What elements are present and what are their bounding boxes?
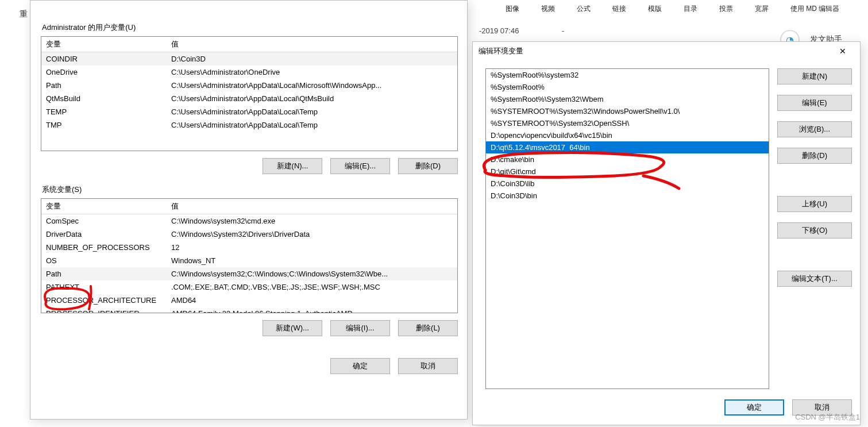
user-delete-button[interactable]: 删除(D) [398, 158, 458, 174]
list-item[interactable]: %SystemRoot% [486, 81, 769, 93]
list-item[interactable]: %SYSTEMROOT%\System32\OpenSSH\ [486, 117, 769, 129]
watermark: CSDN @半岛铁盒1 [795, 412, 860, 422]
browse-button[interactable]: 浏览(B)... [777, 121, 852, 137]
list-item[interactable]: %SystemRoot%\system32 [486, 69, 769, 81]
moveup-button[interactable]: 上移(U) [777, 196, 852, 212]
var-value: Windows_NT [167, 255, 457, 266]
var-name: DriverData [41, 229, 167, 240]
table-row[interactable]: PROCESSOR_IDENTIFIERAMD64 Family 23 Mode… [41, 307, 457, 313]
edit-text-button[interactable]: 编辑文本(T)... [777, 271, 852, 287]
var-value: AMD64 Family 23 Model 96 Stepping 1, Aut… [167, 308, 457, 313]
toolbar-item[interactable]: 使用 MD 编辑器 [790, 4, 839, 14]
list-item[interactable]: D:\opencv\opencv\build\x64\vc15\bin [486, 129, 769, 141]
table-row[interactable]: ComSpecC:\Windows\system32\cmd.exe [41, 214, 457, 228]
dialog-title: 编辑环境变量 [479, 46, 523, 56]
var-name: Path [41, 268, 167, 279]
bg-date: -2019 07:46 [479, 26, 519, 35]
user-edit-button[interactable]: 编辑(E)... [330, 158, 390, 174]
table-row[interactable]: TEMPC:\Users\Administrator\AppData\Local… [41, 105, 457, 118]
toolbar-item[interactable]: 目录 [684, 4, 697, 14]
table-row[interactable]: PROCESSOR_ARCHITECTUREAMD64 [41, 294, 457, 307]
titlebar: 编辑环境变量 ✕ [473, 42, 860, 60]
env-vars-dialog: Administrator 的用户变量(U) 变量 值 COINDIRD:\Co… [30, 0, 468, 420]
var-name: OneDrive [41, 67, 167, 78]
table-row[interactable]: COINDIRD:\Coin3D [41, 52, 457, 66]
list-item[interactable]: D:\git\Git\cmd [486, 166, 769, 178]
col-name-header: 变量 [41, 37, 167, 52]
toolbar-item[interactable]: 图像 [506, 4, 519, 14]
var-value: AMD64 [167, 295, 457, 306]
user-vars-label: Administrator 的用户变量(U) [42, 22, 458, 33]
toolbar-item[interactable]: 公式 [577, 4, 591, 14]
var-name: TMP [41, 120, 167, 130]
list-item[interactable]: D:\qt\5.12.4\msvc2017_64\bin [486, 141, 769, 153]
list-header: 变量 值 [41, 37, 457, 52]
col-value-header: 值 [167, 199, 457, 214]
list-item[interactable]: %SystemRoot%\System32\Wbem [486, 93, 769, 105]
table-row[interactable]: NUMBER_OF_PROCESSORS12 [41, 241, 457, 254]
var-name: NUMBER_OF_PROCESSORS [41, 242, 167, 253]
edit-ok-button[interactable]: 确定 [724, 399, 784, 416]
close-icon[interactable]: ✕ [831, 47, 854, 56]
table-row[interactable]: OSWindows_NT [41, 254, 457, 267]
var-value: C:\Users\Administrator\AppData\Local\Tem… [167, 106, 457, 117]
var-name: Path [41, 80, 167, 91]
new-button[interactable]: 新建(N) [777, 68, 852, 84]
sys-vars-list[interactable]: 变量 值 ComSpecC:\Windows\system32\cmd.exeD… [41, 198, 458, 313]
toolbar-item[interactable]: 链接 [612, 4, 626, 14]
list-item[interactable]: D:\cmake\bin [486, 153, 769, 166]
var-value: .COM;.EXE;.BAT;.CMD;.VBS;.VBE;.JS;.JSE;.… [167, 282, 457, 293]
table-row[interactable]: DriverDataC:\Windows\System32\Drivers\Dr… [41, 228, 457, 241]
bg-left-fragment: 重 [20, 9, 28, 20]
var-name: PROCESSOR_ARCHITECTURE [41, 295, 167, 306]
toolbar-item[interactable]: 模版 [648, 4, 662, 14]
sys-vars-label: 系统变量(S) [42, 184, 458, 195]
side-buttons: 新建(N) 编辑(E) 浏览(B)... 删除(D) 上移(U) 下移(O) 编… [777, 68, 852, 389]
var-value: 12 [167, 242, 457, 253]
var-name: PATHEXT [41, 282, 167, 293]
var-name: PROCESSOR_IDENTIFIER [41, 308, 167, 313]
sys-edit-button[interactable]: 编辑(I)... [330, 320, 390, 336]
sys-new-button[interactable]: 新建(W)... [263, 320, 322, 336]
var-name: ComSpec [41, 216, 167, 226]
delete-button[interactable]: 删除(D) [777, 148, 852, 164]
var-name: COINDIR [41, 53, 167, 64]
bg-dash: - [562, 26, 564, 35]
table-row[interactable]: OneDriveC:\Users\Administrator\OneDrive [41, 66, 457, 79]
list-header: 变量 值 [41, 199, 457, 214]
list-item[interactable]: %SYSTEMROOT%\System32\WindowsPowerShell\… [486, 105, 769, 117]
sys-delete-button[interactable]: 删除(L) [398, 320, 458, 336]
col-value-header: 值 [167, 37, 457, 52]
env-ok-button[interactable]: 确定 [330, 358, 390, 374]
env-cancel-button[interactable]: 取消 [398, 358, 458, 374]
toolbar-item[interactable]: 投票 [719, 4, 733, 14]
toolbar-item[interactable]: 视频 [541, 4, 555, 14]
var-value: C:\Windows\system32;C:\Windows;C:\Window… [167, 268, 457, 279]
list-item[interactable]: D:\Coin3D\lib [486, 178, 769, 190]
table-row[interactable]: PathC:\Users\Administrator\AppData\Local… [41, 79, 457, 92]
col-name-header: 变量 [41, 199, 167, 214]
var-value: D:\Coin3D [167, 53, 457, 64]
var-value: C:\Users\Administrator\OneDrive [167, 67, 457, 78]
user-new-button[interactable]: 新建(N)... [263, 158, 322, 174]
var-value: C:\Windows\System32\Drivers\DriverData [167, 229, 457, 240]
table-row[interactable]: QtMsBuildC:\Users\Administrator\AppData\… [41, 92, 457, 105]
var-value: C:\Users\Administrator\AppData\Local\QtM… [167, 93, 457, 104]
table-row[interactable]: TMPC:\Users\Administrator\AppData\Local\… [41, 118, 457, 132]
edit-button[interactable]: 编辑(E) [777, 95, 852, 111]
bg-toolbar: 图像视频公式链接模版目录投票宽屏使用 MD 编辑器 [471, 0, 868, 17]
list-item[interactable]: D:\Coin3D\bin [486, 190, 769, 202]
movedown-button[interactable]: 下移(O) [777, 222, 852, 238]
edit-env-var-dialog: 编辑环境变量 ✕ %SystemRoot%\system32%SystemRoo… [472, 41, 861, 425]
table-row[interactable]: PathC:\Windows\system32;C:\Windows;C:\Wi… [41, 267, 457, 280]
var-name: OS [41, 255, 167, 266]
var-value: C:\Windows\system32\cmd.exe [167, 216, 457, 226]
user-vars-list[interactable]: 变量 值 COINDIRD:\Coin3DOneDriveC:\Users\Ad… [41, 36, 458, 151]
var-name: QtMsBuild [41, 93, 167, 104]
path-list[interactable]: %SystemRoot%\system32%SystemRoot%%System… [485, 68, 769, 389]
var-value: C:\Users\Administrator\AppData\Local\Mic… [167, 80, 457, 91]
table-row[interactable]: PATHEXT.COM;.EXE;.BAT;.CMD;.VBS;.VBE;.JS… [41, 280, 457, 294]
var-name: TEMP [41, 106, 167, 117]
var-value: C:\Users\Administrator\AppData\Local\Tem… [167, 120, 457, 130]
toolbar-item[interactable]: 宽屏 [755, 4, 769, 14]
